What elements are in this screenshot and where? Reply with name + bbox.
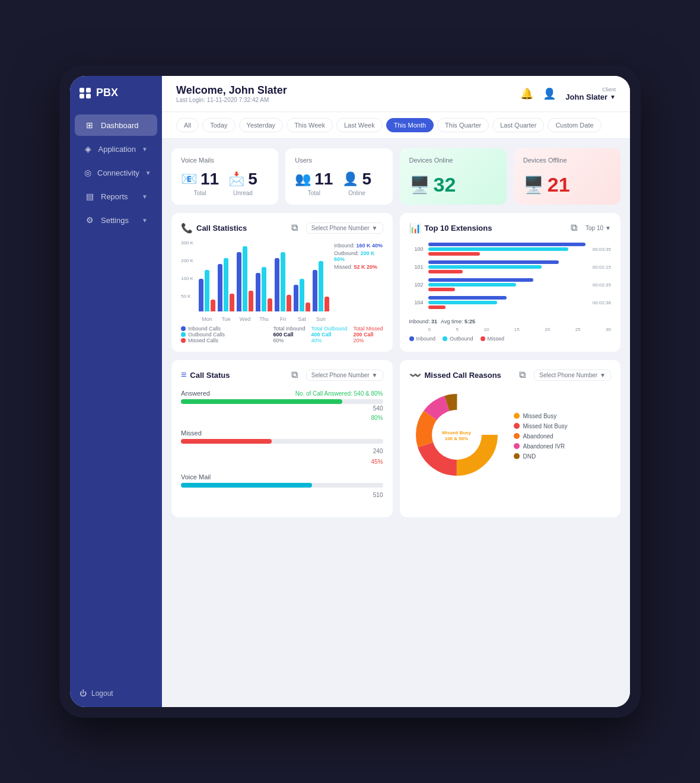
missed-count: 240 bbox=[373, 448, 383, 454]
copy-icon[interactable]: ⧉ bbox=[516, 368, 529, 381]
call-status-card: ≡ Call Status ⧉ Select Phone Number ▼ bbox=[171, 360, 393, 517]
hbar-ext-label: 104 bbox=[409, 300, 424, 305]
answered-label: Answered bbox=[181, 390, 210, 397]
sidebar-label-application: Application bbox=[98, 145, 136, 154]
wave-icon: 〰️ bbox=[409, 370, 421, 381]
top-extensions-title: 📊 Top 10 Extensions bbox=[409, 222, 492, 234]
user-info: Client John Slater ▼ bbox=[565, 87, 616, 101]
donut-chart-container: Missed Busy100 & 50% Missed Busy bbox=[409, 387, 612, 485]
total-missed: Total Missed 200 Call 20% bbox=[353, 326, 383, 343]
bar-inbound bbox=[199, 279, 203, 311]
sidebar-label-dashboard: Dashboard bbox=[101, 121, 139, 130]
filter-last-quarter[interactable]: Last Quarter bbox=[492, 118, 544, 132]
missed-reasons-header: 〰️ Missed Call Reasons ⧉ Select Phone Nu… bbox=[409, 368, 612, 381]
bar-day-label: Sat bbox=[298, 316, 306, 322]
bar-outbound bbox=[300, 279, 304, 311]
bar-day-label: Mon bbox=[202, 316, 212, 322]
bar-day-label: Sun bbox=[316, 316, 326, 322]
filter-this-quarter[interactable]: This Quarter bbox=[437, 118, 489, 132]
voicemail-progress-bg bbox=[181, 483, 383, 488]
tablet-device: PBX ⊞ Dashboard ◈ Application ▼ ◎ Connec… bbox=[59, 65, 641, 718]
filter-all[interactable]: All bbox=[176, 118, 199, 132]
charts-row: 📞 Call Statistics ⧉ Select Phone Number … bbox=[171, 213, 621, 352]
chevron-down-icon: ▼ bbox=[600, 372, 606, 378]
answered-progress-bg bbox=[181, 399, 383, 404]
hbar-row-102: 10200:02:35 bbox=[409, 278, 612, 291]
answered-detail: No. of Call Answered: 540 & 80% bbox=[295, 390, 383, 397]
filter-today[interactable]: Today bbox=[202, 118, 235, 132]
filter-yesterday[interactable]: Yesterday bbox=[239, 118, 284, 132]
devices-online-title: Devices Online bbox=[409, 157, 497, 164]
hbar-inbound bbox=[428, 296, 507, 300]
copy-icon[interactable]: ⧉ bbox=[288, 368, 301, 381]
logout-button[interactable]: ⏻ Logout bbox=[70, 680, 162, 707]
call-status-phone-select[interactable]: Select Phone Number ▼ bbox=[306, 370, 383, 381]
legend-missed-not-busy: Missed Not Busy bbox=[514, 423, 568, 429]
hbar-missed bbox=[428, 252, 481, 256]
welcome-block: Welcome, John Slater Last Login: 11-11-2… bbox=[176, 84, 287, 103]
hbar-missed bbox=[428, 288, 455, 291]
copy-icon[interactable]: ⧉ bbox=[567, 221, 581, 234]
legend-abandoned-ivr: Abandoned IVR bbox=[514, 443, 568, 450]
users-values: 👥 11 Total 👤 5 Online bbox=[295, 170, 383, 196]
extensions-legend: Inbound Outbound Missed bbox=[409, 336, 612, 342]
stats-row: Voice Mails 📧 11 Total bbox=[171, 148, 621, 205]
chevron-down-icon: ▼ bbox=[610, 94, 616, 100]
hbar-missed bbox=[428, 270, 463, 273]
bar-inbound bbox=[294, 285, 298, 311]
hbar-time: 00:03:35 bbox=[590, 247, 611, 252]
sidebar-item-application[interactable]: ◈ Application ▼ bbox=[75, 138, 157, 160]
sidebar-item-reports[interactable]: ▤ Reports ▼ bbox=[75, 186, 157, 207]
sidebar-item-connectivity[interactable]: ◎ Connectivity ▼ bbox=[75, 162, 157, 183]
voicemail-status-count: 510 bbox=[373, 492, 383, 498]
chevron-down-icon: ▼ bbox=[372, 372, 378, 378]
filter-this-week[interactable]: This Week bbox=[287, 118, 333, 132]
legend-abandoned: Abandoned bbox=[514, 433, 568, 440]
bar-missed bbox=[268, 298, 272, 311]
call-statistics-card: 📞 Call Statistics ⧉ Select Phone Number … bbox=[171, 213, 393, 352]
notification-bell-icon[interactable]: 🔔 bbox=[520, 87, 533, 100]
answered-count: 540 bbox=[373, 405, 383, 412]
voicemail-total: 11 bbox=[201, 170, 219, 189]
users-online: 5 bbox=[362, 170, 371, 189]
voicemail-values: 📧 11 Total 📩 5 Unread bbox=[181, 170, 269, 196]
filter-custom-date[interactable]: Custom Date bbox=[548, 118, 601, 132]
phone-select[interactable]: Select Phone Number ▼ bbox=[306, 222, 383, 234]
welcome-title: Welcome, John Slater bbox=[176, 84, 287, 97]
donut-chart: Missed Busy100 & 50% bbox=[409, 387, 504, 485]
sidebar-item-dashboard[interactable]: ⊞ Dashboard bbox=[75, 114, 157, 136]
chevron-down-icon: ▼ bbox=[142, 193, 148, 200]
missed-reasons-phone-select[interactable]: Select Phone Number ▼ bbox=[534, 370, 611, 381]
hbar-x-axis: 0 5 10 15 20 25 30 bbox=[409, 327, 612, 332]
y-axis: 300 K 200 K 100 K 50 K bbox=[181, 240, 193, 311]
sidebar-label-reports: Reports bbox=[101, 192, 128, 201]
hbar-chart: 10000:03:3510100:02:1510200:02:3510400:0… bbox=[409, 240, 612, 316]
app-logo: PBX bbox=[70, 76, 162, 110]
dashboard-body: Voice Mails 📧 11 Total bbox=[162, 139, 630, 707]
answered-pct: 80% bbox=[371, 415, 383, 421]
bar-chart-icon: 📊 bbox=[409, 222, 421, 234]
bar-group-Sat: Sat bbox=[294, 279, 310, 311]
filter-last-week[interactable]: Last Week bbox=[336, 118, 383, 132]
filter-this-month[interactable]: This Month bbox=[386, 118, 434, 132]
top-select[interactable]: Top 10 ▼ bbox=[586, 225, 611, 231]
copy-icon[interactable]: ⧉ bbox=[288, 221, 301, 234]
main-content: Welcome, John Slater Last Login: 11-11-2… bbox=[162, 76, 630, 707]
bottom-row: ≡ Call Status ⧉ Select Phone Number ▼ bbox=[171, 360, 621, 517]
legend-dnd: DND bbox=[514, 453, 568, 460]
chevron-down-icon: ▼ bbox=[605, 225, 611, 231]
sidebar-item-settings[interactable]: ⚙ Settings ▼ bbox=[75, 209, 157, 231]
bar-missed bbox=[306, 303, 310, 311]
users-card: Users 👥 11 Total 👤 bbox=[285, 148, 392, 205]
bar-chart: 300 K 200 K 100 K 50 K MonTueWedThuFriSa… bbox=[181, 240, 329, 323]
call-stats-legend: Inbound: 160 K 40% Outbound: 200 K 60% bbox=[334, 240, 383, 323]
donut-legend: Missed Busy Missed Not Busy Abandoned bbox=[514, 413, 568, 460]
bar-group-Sun: Sun bbox=[313, 261, 329, 311]
call-totals: Total Inbound 600 Call 60% Total Outboun… bbox=[273, 326, 383, 343]
chevron-down-icon: ▼ bbox=[142, 217, 148, 224]
bar-missed bbox=[287, 295, 291, 311]
bar-outbound bbox=[319, 261, 323, 311]
app-name: PBX bbox=[96, 87, 118, 99]
call-statistics-title: 📞 Call Statistics bbox=[181, 222, 247, 234]
missed-call-reasons-card: 〰️ Missed Call Reasons ⧉ Select Phone Nu… bbox=[400, 360, 621, 517]
